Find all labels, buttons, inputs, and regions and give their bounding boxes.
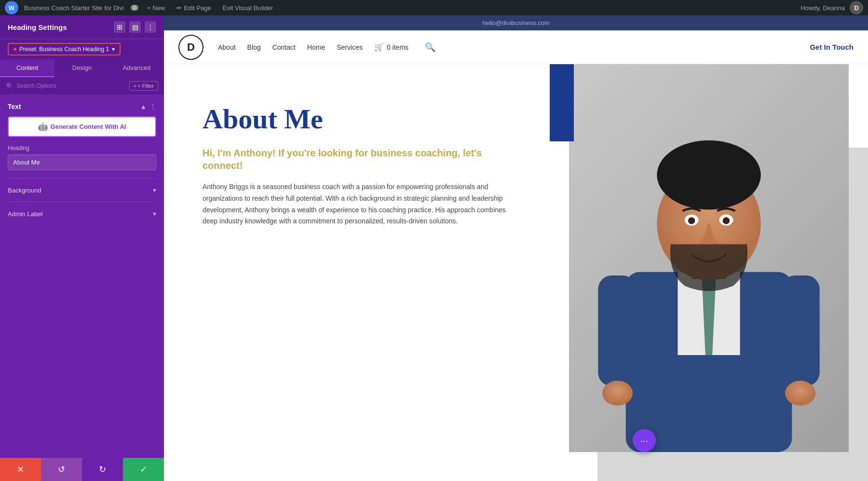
fab-dots-icon: ··· [640, 435, 649, 446]
about-subheading: Hi, I'm Anthony! If you're looking for b… [203, 147, 521, 172]
about-text-col: About Me Hi, I'm Anthony! If you're look… [164, 64, 550, 481]
nav-link-about[interactable]: About [218, 43, 236, 51]
tab-content[interactable]: Content [0, 59, 54, 77]
pencil-icon: ✏ [176, 4, 182, 12]
cancel-button[interactable]: ✕ [0, 458, 41, 481]
text-section-header: Text ▲ ⋮ [8, 103, 156, 110]
redo-button[interactable]: ↻ [82, 458, 123, 481]
more-icon[interactable]: ⋮ [145, 21, 156, 33]
wp-logo-icon: W [5, 1, 18, 14]
text-section-title: Text [8, 103, 21, 110]
nav-links: About Blog Contact Home Services 🛒 0 ite… [218, 42, 810, 53]
admin-label-section: Admin Label ▾ [8, 202, 156, 225]
person-svg [569, 64, 849, 452]
preset-dot [14, 48, 16, 51]
cancel-icon: ✕ [17, 464, 24, 475]
background-section-header[interactable]: Background ▾ [8, 184, 156, 196]
about-image-col [550, 64, 868, 481]
filter-button[interactable]: + + Filter [129, 81, 158, 91]
edit-page-button[interactable]: ✏ Edit Page [174, 3, 214, 13]
exit-builder-button[interactable]: Exit Visual Builder [220, 3, 276, 13]
heading-label: Heading [8, 145, 156, 151]
search-nav-icon[interactable]: 🔍 [425, 42, 435, 53]
admin-label-title: Admin Label [8, 210, 42, 218]
svg-rect-10 [598, 275, 636, 386]
panel-header: Heading Settings ⊞ ▤ ⋮ [0, 15, 164, 39]
preset-label: Preset: Business Coach Heading 1 [19, 46, 109, 53]
panel-title: Heading Settings [8, 23, 67, 31]
save-icon: ✓ [140, 464, 147, 475]
search-icon: 🔍 [6, 82, 14, 90]
cart-count: 0 items [387, 43, 408, 51]
svg-point-5 [657, 140, 760, 210]
nav-link-home[interactable]: Home [307, 43, 325, 51]
admin-label-header[interactable]: Admin Label ▾ [8, 208, 156, 220]
panel-search-bar: 🔍 + + Filter [0, 77, 164, 95]
nav-cart[interactable]: 🛒 0 items [374, 42, 408, 52]
svg-point-12 [602, 381, 633, 406]
section-header-icons: ▲ ⋮ [140, 103, 156, 110]
panel-footer: ✕ ↺ ↻ ✓ [0, 458, 164, 481]
panel-tabs: Content Design Advanced [0, 59, 164, 77]
site-name: Business Coach Starter Site for Divi [24, 4, 124, 12]
section-more-icon[interactable]: ⋮ [149, 103, 156, 110]
svg-point-13 [785, 381, 815, 406]
get-in-touch-link[interactable]: Get In Touch [810, 43, 854, 51]
fab-button[interactable]: ··· [633, 429, 656, 452]
ai-icon: 🤖 [38, 122, 48, 131]
preset-chevron-icon: ▾ [112, 46, 115, 53]
panel-header-icons: ⊞ ▤ ⋮ [114, 21, 156, 33]
preset-badge[interactable]: Preset: Business Coach Heading 1 ▾ [8, 43, 121, 55]
nav-link-blog[interactable]: Blog [247, 43, 261, 51]
blue-decorative-rect [550, 64, 574, 141]
about-body: Anthony Briggs is a seasoned business co… [203, 181, 521, 227]
svg-point-8 [688, 217, 695, 224]
background-title: Background [8, 187, 41, 194]
site-nav: D About Blog Contact Home Services 🛒 0 i… [164, 30, 868, 64]
person-image [569, 64, 849, 452]
cart-icon: 🛒 [374, 42, 384, 52]
undo-button[interactable]: ↺ [41, 458, 82, 481]
redo-icon: ↻ [99, 464, 106, 475]
background-chevron-icon: ▾ [153, 186, 156, 194]
page-content: About Me Hi, I'm Anthony! If you're look… [164, 64, 868, 481]
plus-icon: + [147, 4, 151, 12]
about-section: About Me Hi, I'm Anthony! If you're look… [164, 64, 868, 481]
undo-icon: ↺ [58, 464, 65, 475]
user-avatar: D [850, 1, 863, 14]
tab-design[interactable]: Design [54, 59, 109, 77]
wp-admin-bar: W Business Coach Starter Site for Divi 0… [0, 0, 868, 15]
main-layout: Heading Settings ⊞ ▤ ⋮ Preset: Business … [0, 15, 868, 481]
preset-bar: Preset: Business Coach Heading 1 ▾ [0, 39, 164, 59]
admin-label-chevron-icon: ▾ [153, 210, 156, 218]
heading-input[interactable] [8, 154, 156, 170]
site-logo: D [178, 35, 203, 60]
nav-link-contact[interactable]: Contact [272, 43, 296, 51]
svg-rect-11 [782, 275, 820, 386]
save-button[interactable]: ✓ [123, 458, 164, 481]
columns-icon[interactable]: ▤ [129, 21, 141, 33]
settings-icon[interactable]: ⊞ [114, 21, 125, 33]
email-bar: hello@divibusiness.com [164, 15, 868, 30]
comment-count: 0 [131, 5, 138, 11]
email-link[interactable]: hello@divibusiness.com [482, 19, 550, 27]
howdy-label: Howdy, Deanna [800, 4, 845, 12]
filter-plus-icon: + [134, 83, 136, 89]
new-button[interactable]: + New [144, 3, 168, 13]
generate-ai-button[interactable]: 🤖 Generate Content With AI [8, 116, 156, 137]
tab-advanced[interactable]: Advanced [109, 59, 164, 77]
panel-content: Text ▲ ⋮ 🤖 Generate Content With AI Head… [0, 95, 164, 458]
collapse-icon[interactable]: ▲ [140, 103, 147, 110]
nav-link-services[interactable]: Services [337, 43, 363, 51]
left-panel: Heading Settings ⊞ ▤ ⋮ Preset: Business … [0, 15, 164, 481]
right-content: hello@divibusiness.com D About Blog Cont… [164, 15, 868, 481]
background-section: Background ▾ [8, 178, 156, 202]
search-input[interactable] [16, 82, 126, 89]
about-heading: About Me [203, 103, 521, 135]
svg-point-9 [723, 217, 730, 224]
